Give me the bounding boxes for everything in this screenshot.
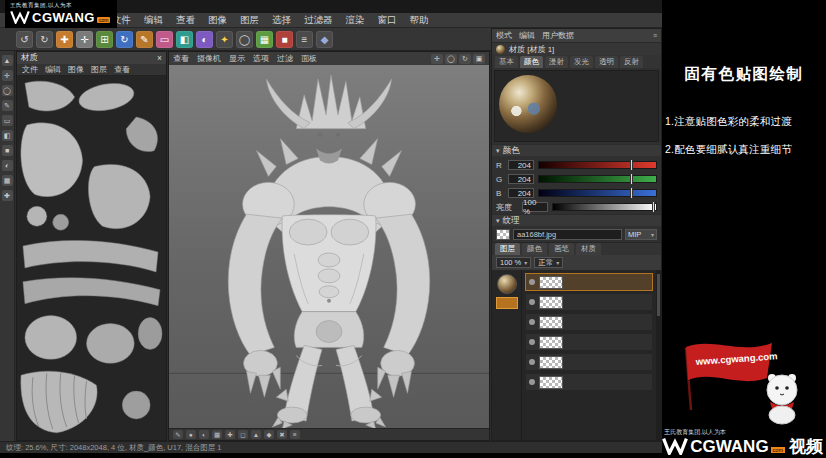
layer-visibility-icon[interactable] [529, 379, 535, 385]
stamp-tool-icon[interactable]: ■ [2, 145, 13, 156]
slider-handle-icon[interactable] [652, 201, 655, 213]
materials-menu-item[interactable]: 图像 [68, 64, 84, 75]
brightness-slider[interactable] [552, 203, 657, 211]
material-sphere-preview[interactable] [499, 75, 557, 133]
layers-panel-tab[interactable]: 颜色 [522, 243, 547, 255]
layers-panel-tab[interactable]: 画笔 [549, 243, 574, 255]
material-channel-tab[interactable]: 基本 [495, 56, 518, 68]
material-list-thumbnail[interactable] [497, 274, 517, 294]
channel-value-field[interactable]: 204 [508, 174, 534, 184]
gradient-tool-icon[interactable]: ◐ [196, 31, 213, 48]
smudge-tool-icon[interactable]: ◐ [2, 160, 13, 171]
grid-icon[interactable]: ▦ [212, 430, 222, 439]
layer-row[interactable] [525, 293, 653, 311]
layer-row[interactable] [525, 273, 653, 291]
menu-icon[interactable]: ≡ [290, 430, 300, 439]
live-select-icon[interactable]: ✚ [56, 31, 73, 48]
panel-close-icon[interactable]: × [157, 53, 162, 63]
layers-panel-tab[interactable]: 材质 [576, 243, 601, 255]
rotate-view-icon[interactable]: ↻ [459, 54, 471, 64]
slider-handle-icon[interactable] [630, 173, 633, 185]
brush-tool-icon[interactable]: ✎ [136, 31, 153, 48]
attributes-header-tab[interactable]: 编辑 [519, 30, 535, 41]
layer-visibility-icon[interactable] [529, 279, 535, 285]
mask-tool-icon[interactable]: ■ [276, 31, 293, 48]
slider-handle-icon[interactable] [630, 159, 633, 171]
scale-tool-icon[interactable]: ⊞ [96, 31, 113, 48]
attributes-header-tab[interactable]: 模式 [496, 30, 512, 41]
fill-tool-icon[interactable]: ◧ [176, 31, 193, 48]
diamond-icon[interactable]: ◆ [264, 430, 274, 439]
picker-tool-icon[interactable]: ✦ [216, 31, 233, 48]
layer-visibility-icon[interactable] [529, 299, 535, 305]
move-tool-icon[interactable]: ✛ [76, 31, 93, 48]
viewport-3d-canvas[interactable] [169, 65, 489, 428]
viewport-menu-item[interactable]: 摄像机 [197, 53, 221, 64]
material-channel-tab[interactable]: 漫射 [545, 56, 568, 68]
channel-slider[interactable] [538, 189, 657, 197]
viewport-menu-item[interactable]: 选项 [253, 53, 269, 64]
channel-slider[interactable] [538, 175, 657, 183]
layer-row[interactable] [525, 313, 653, 331]
texture-atlas-canvas[interactable] [17, 76, 166, 440]
menu-item[interactable]: 窗口 [378, 14, 397, 27]
lasso-tool-icon[interactable]: ◯ [2, 85, 13, 96]
menu-item[interactable]: 选择 [272, 14, 291, 27]
eraser-tool-icon[interactable]: ▭ [156, 31, 173, 48]
layer-visibility-icon[interactable] [529, 339, 535, 345]
brush-tool-icon[interactable]: ✎ [2, 100, 13, 111]
brightness-value-field[interactable]: 100 % [522, 202, 548, 212]
materials-menu-item[interactable]: 编辑 [45, 64, 61, 75]
dot-brush-icon[interactable]: ● [186, 430, 196, 439]
materials-menu-item[interactable]: 文件 [22, 64, 38, 75]
viewport-menu-item[interactable]: 查看 [173, 53, 189, 64]
magnify-tool-icon[interactable]: ◯ [236, 31, 253, 48]
grid-tool-icon[interactable]: ▦ [2, 175, 13, 186]
menu-item[interactable]: 编辑 [144, 14, 163, 27]
zoom-view-icon[interactable]: ◯ [445, 54, 457, 64]
blend-mode-dropdown[interactable]: 正常▾ [534, 257, 563, 268]
material-channel-tab[interactable]: 透明 [595, 56, 618, 68]
menu-item[interactable]: 过滤器 [304, 14, 333, 27]
menu-item[interactable]: 帮助 [410, 14, 429, 27]
layer-visibility-icon[interactable] [529, 359, 535, 365]
channel-slider[interactable] [538, 161, 657, 169]
collapse-triangle-icon[interactable]: ▾ [496, 147, 500, 155]
attributes-header-tab[interactable]: 用户数据 [542, 30, 574, 41]
materials-menu-item[interactable]: 查看 [114, 64, 130, 75]
material-channel-tab[interactable]: 反射 [620, 56, 643, 68]
add-icon[interactable]: ✚ [225, 430, 235, 439]
layers-panel-tab[interactable]: 图层 [495, 243, 520, 255]
eraser-tool-icon[interactable]: ▭ [2, 115, 13, 126]
triangle-icon[interactable]: ▲ [251, 430, 261, 439]
pan-view-icon[interactable]: ✛ [431, 54, 443, 64]
select-tool-icon[interactable]: ▲ [2, 55, 13, 66]
redo-icon[interactable]: ↻ [36, 31, 53, 48]
collapse-triangle-icon[interactable]: ▾ [496, 217, 500, 225]
square-icon[interactable]: ◻ [238, 430, 248, 439]
menu-item[interactable]: 图像 [208, 14, 227, 27]
menu-item[interactable]: 查看 [176, 14, 195, 27]
viewport-menu-item[interactable]: 显示 [229, 53, 245, 64]
maximize-view-icon[interactable]: ▣ [473, 54, 485, 64]
undo-icon[interactable]: ↺ [16, 31, 33, 48]
zoom-tool-icon[interactable]: ✚ [2, 190, 13, 201]
fill-tool-icon[interactable]: ◧ [2, 130, 13, 141]
menu-item[interactable]: 图层 [240, 14, 259, 27]
selected-channel-tag[interactable] [496, 297, 518, 309]
material-channel-tab[interactable]: 发光 [570, 56, 593, 68]
layer-row[interactable] [525, 333, 653, 351]
channel-value-field[interactable]: 204 [508, 160, 534, 170]
mip-dropdown[interactable]: MIP▾ [625, 229, 657, 240]
menu-item[interactable]: 渲染 [346, 14, 365, 27]
layer-visibility-icon[interactable] [529, 319, 535, 325]
pencil-icon[interactable]: ✎ [173, 430, 183, 439]
halftone-icon[interactable]: ◐ [199, 430, 209, 439]
rotate-tool-icon[interactable]: ↻ [116, 31, 133, 48]
settings-tool-icon[interactable]: ◆ [316, 31, 333, 48]
materials-menu-item[interactable]: 图层 [91, 64, 107, 75]
layers-scrollbar[interactable] [656, 270, 661, 440]
texture-filename-field[interactable]: aa168bf.jpg [513, 229, 622, 240]
layer-opacity-dropdown[interactable]: 100 %▾ [496, 257, 531, 268]
move-tool-icon[interactable]: ✛ [2, 70, 13, 81]
